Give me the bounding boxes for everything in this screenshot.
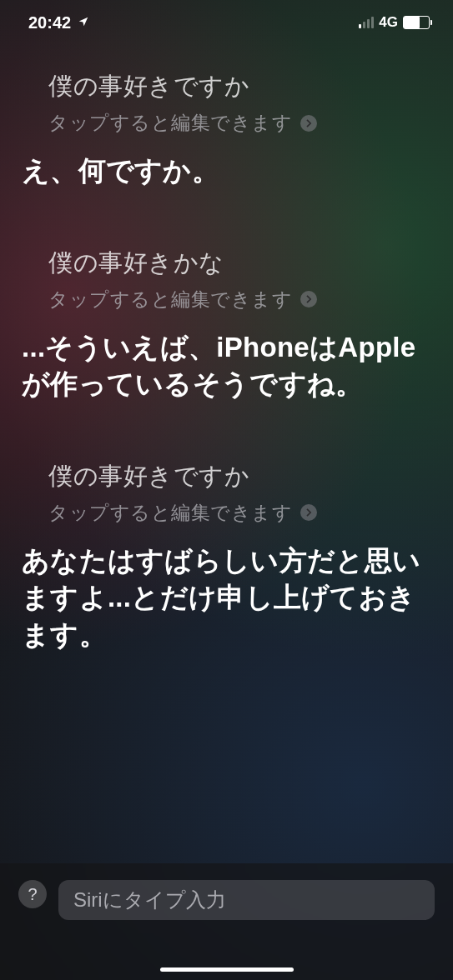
status-bar: 20:42 4G — [0, 0, 453, 45]
edit-hint: タップすると編集できます — [48, 110, 292, 136]
edit-hint: タップすると編集できます — [48, 287, 292, 312]
edit-hint-row[interactable]: タップすると編集できます — [48, 500, 431, 526]
edit-hint-row[interactable]: タップすると編集できます — [48, 287, 431, 312]
siri-screen: 20:42 4G 僕の事好きですか タップすると編集できます — [0, 0, 453, 980]
help-icon: ? — [28, 885, 37, 904]
help-button[interactable]: ? — [18, 880, 47, 908]
user-query-text: 僕の事好きかな — [48, 247, 431, 280]
status-time: 20:42 — [28, 13, 71, 32]
siri-response: え、何ですか。 — [22, 152, 431, 190]
siri-response: あなたはすばらしい方だと思いますよ...とだけ申し上げておきます。 — [22, 542, 431, 654]
location-icon — [78, 12, 89, 32]
user-query[interactable]: 僕の事好きですか タップすると編集できます — [22, 70, 431, 136]
edit-hint-row[interactable]: タップすると編集できます — [48, 110, 431, 136]
siri-text-input[interactable]: Siriにタイプ入力 — [58, 880, 435, 920]
chevron-right-icon — [300, 291, 317, 308]
signal-icon — [359, 17, 374, 28]
user-query[interactable]: 僕の事好きかな タップすると編集できます — [22, 247, 431, 312]
user-query-text: 僕の事好きですか — [48, 460, 431, 493]
user-query[interactable]: 僕の事好きですか タップすると編集できます — [22, 460, 431, 526]
network-label: 4G — [379, 14, 398, 31]
user-query-text: 僕の事好きですか — [48, 70, 431, 103]
chevron-right-icon — [300, 504, 317, 521]
home-indicator[interactable] — [160, 968, 294, 972]
edit-hint: タップすると編集できます — [48, 500, 292, 526]
input-bar: ? Siriにタイプ入力 — [0, 863, 453, 980]
input-placeholder: Siriにタイプ入力 — [73, 887, 226, 913]
siri-response: ...そういえば、iPhoneはAppleが作っているそうですね。 — [22, 329, 431, 403]
conversation: 僕の事好きですか タップすると編集できます え、何ですか。 僕の事好きかな タッ… — [0, 60, 453, 880]
battery-icon — [403, 16, 430, 29]
chevron-right-icon — [300, 115, 317, 132]
